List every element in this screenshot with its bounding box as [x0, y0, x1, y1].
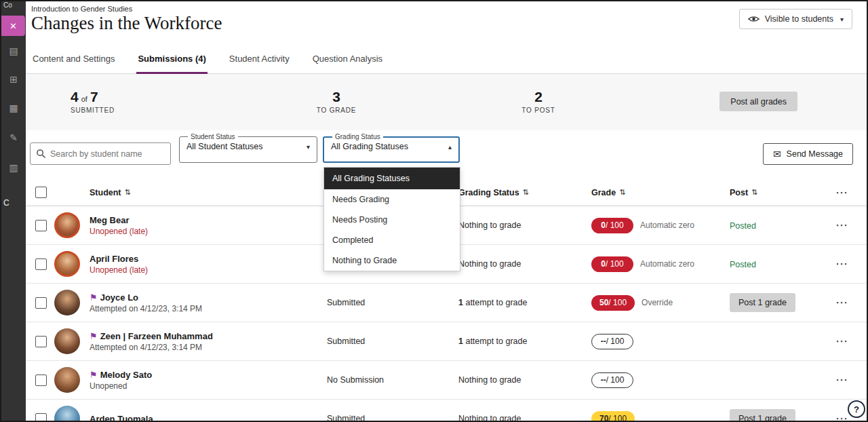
submission-status: Submitted [327, 414, 458, 422]
student-name-link[interactable]: April Flores [90, 254, 138, 264]
student-name-link[interactable]: Melody Sato [100, 370, 153, 380]
student-name-link[interactable]: Joyce Lo [100, 292, 138, 303]
dropdown-option-needs-posting[interactable]: Needs Posting [324, 210, 460, 230]
submission-status: Submitted [327, 298, 458, 307]
grade-pill[interactable]: -- / 100 [591, 372, 633, 388]
submitted-of: of [81, 95, 87, 103]
to-post-count: 2 [534, 89, 542, 105]
grading-status-value: All Grading Statuses [331, 142, 408, 151]
grade-note: Override [642, 298, 673, 307]
posted-status[interactable]: Posted [730, 221, 756, 231]
tab-bar: Content and Settings Submissions (4) Stu… [26, 43, 867, 74]
visibility-label: Visible to students [765, 14, 833, 24]
row-checkbox[interactable] [35, 258, 47, 270]
tab-submissions[interactable]: Submissions (4) [136, 54, 207, 74]
grading-status-select[interactable]: Grading Status All Grading Statuses ▴ [323, 133, 460, 163]
sidebar-peek-text: Co [3, 1, 12, 9]
student-avatar[interactable] [54, 251, 80, 277]
row-checkbox[interactable] [35, 336, 47, 347]
student-name-link[interactable]: Arden Tuomala [90, 414, 153, 422]
tab-student-activity[interactable]: Student Activity [228, 54, 291, 74]
dropdown-option-nothing-to-grade[interactable]: Nothing to Grade [324, 250, 460, 271]
main-panel: Introduction to Gender Studies Changes i… [26, 1, 867, 421]
search-input[interactable] [50, 149, 165, 159]
dropdown-option-all-grading-statuses[interactable]: All Grading Statuses [324, 168, 460, 189]
code-icon[interactable]: ⊞ [1, 69, 26, 90]
sidebar-peek-text-2: C [3, 198, 9, 208]
post-grade-button[interactable]: Post 1 grade [730, 409, 795, 422]
breadcrumb[interactable]: Introduction to Gender Studies [31, 5, 132, 13]
send-message-button[interactable]: ✉ Send Message [763, 143, 853, 165]
student-avatar[interactable] [54, 406, 80, 422]
student-name-link[interactable]: Zeen | Farzeen Muhammad [100, 331, 213, 341]
dropdown-option-completed[interactable]: Completed [324, 230, 460, 250]
column-header-grading-status[interactable]: Grading Status ⇅ [458, 188, 591, 197]
student-avatar[interactable] [54, 212, 80, 238]
row-menu-icon[interactable]: ⋯ [835, 258, 848, 270]
sort-icon: ⇅ [751, 188, 757, 197]
stat-submitted: 4 of 7 SUBMITTED [71, 89, 115, 114]
student-name-link[interactable]: Meg Bear [90, 215, 130, 225]
row-menu-icon[interactable]: ⋯ [835, 335, 848, 347]
post-grade-button[interactable]: Post 1 grade [730, 293, 795, 312]
grade-pill[interactable]: 0 / 100 [591, 218, 633, 233]
student-status-value: All Student Statuses [186, 142, 263, 151]
to-grade-label: TO GRADE [317, 107, 356, 114]
gradebook-icon[interactable]: ▦ [1, 98, 26, 118]
column-header-post[interactable]: Post ⇅ [730, 188, 825, 197]
flag-icon: ⚑ [90, 293, 98, 302]
document-icon[interactable]: ▤ [1, 41, 26, 61]
grade-note: Automatic zero [640, 220, 694, 230]
visibility-dropdown-button[interactable]: Visible to students ▾ [739, 9, 852, 29]
close-icon: ✕ [9, 21, 17, 31]
flag-icon: ⚑ [90, 332, 98, 341]
row-checkbox[interactable] [35, 220, 47, 231]
flag-icon: ⚑ [90, 370, 98, 379]
grade-pill[interactable]: -- / 100 [591, 334, 633, 349]
post-all-grades-button[interactable]: Post all grades [719, 92, 797, 111]
student-avatar[interactable] [54, 367, 80, 393]
pencil-icon[interactable]: ✎ [1, 128, 26, 148]
chevron-down-icon: ▾ [840, 16, 844, 23]
row-checkbox[interactable] [35, 375, 47, 386]
grading-status-label: Grading Status [332, 133, 383, 140]
grading-status-cell: 1 attempt to grade [458, 337, 591, 346]
submission-status: Submitted [327, 337, 458, 346]
app-window: Co ✕ ▤ ⊞ ▦ ✎ ▥ C Introduction to Gender … [0, 0, 868, 422]
submitted-total: 7 [90, 89, 98, 105]
row-menu-icon[interactable]: ⋯ [835, 219, 848, 231]
row-menu-icon[interactable]: ⋯ [835, 413, 848, 422]
help-button[interactable]: ? [848, 400, 865, 418]
to-post-label: TO POST [521, 107, 555, 114]
tab-content-and-settings[interactable]: Content and Settings [31, 54, 116, 74]
student-status-note: Unopened (late) [90, 227, 327, 236]
grade-pill[interactable]: 0 / 100 [591, 256, 633, 272]
dropdown-option-needs-grading[interactable]: Needs Grading [324, 189, 460, 210]
tab-question-analysis[interactable]: Question Analysis [311, 54, 384, 74]
row-menu-icon[interactable]: ⋯ [835, 374, 848, 386]
student-avatar[interactable] [54, 290, 80, 315]
grade-pill[interactable]: 50 / 100 [591, 295, 635, 311]
student-status-note: Unopened [90, 381, 327, 391]
to-grade-count: 3 [332, 89, 340, 105]
grade-pill[interactable]: 70 / 100 [591, 411, 635, 422]
table-row: ⚑ Joyce Lo Attempted on 4/12/23, 3:14 PM… [26, 284, 867, 322]
clipboard-icon[interactable]: ▥ [1, 157, 26, 178]
grading-status-cell: Nothing to grade [458, 375, 591, 385]
search-icon [36, 149, 46, 159]
page-title: Changes in the Workforce [31, 13, 222, 34]
row-menu-icon[interactable]: ⋯ [835, 296, 848, 309]
grading-status-cell: Nothing to grade [458, 414, 591, 422]
page-header: Introduction to Gender Studies Changes i… [26, 1, 867, 43]
column-header-grade[interactable]: Grade ⇅ [591, 188, 730, 197]
row-checkbox[interactable] [35, 413, 47, 422]
column-header-student[interactable]: Student ⇅ [90, 188, 327, 197]
student-status-select[interactable]: Student Status All Student Statuses ▾ [179, 133, 317, 163]
table-menu-icon[interactable]: ⋯ [835, 187, 848, 199]
posted-status[interactable]: Posted [730, 260, 756, 269]
row-checkbox[interactable] [35, 297, 47, 309]
close-panel-button[interactable]: ✕ [1, 16, 25, 36]
select-all-checkbox[interactable] [35, 187, 47, 198]
student-status-note: Unopened (late) [90, 265, 327, 275]
student-avatar[interactable] [54, 328, 80, 354]
